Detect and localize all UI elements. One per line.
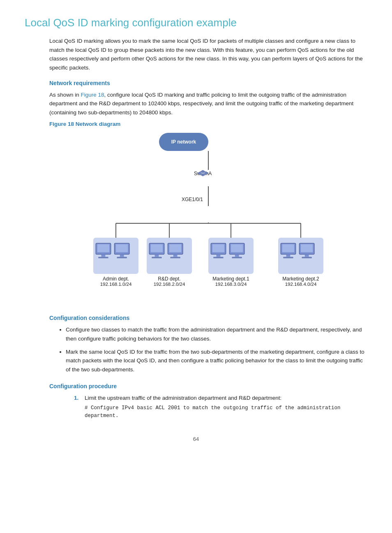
svg-rect-18 xyxy=(114,243,129,255)
network-requirements-heading: Network requirements xyxy=(49,80,367,86)
svg-rect-14 xyxy=(96,243,111,255)
svg-rect-32 xyxy=(217,255,221,257)
step-code: # Configure IPv4 basic ACL 2001 to match… xyxy=(85,404,367,420)
procedure-list: 1. Limit the upstream traffic of the adm… xyxy=(74,394,367,419)
page-title: Local QoS ID marking configuration examp… xyxy=(25,16,367,29)
svg-rect-31 xyxy=(212,244,224,253)
step-number: 1. xyxy=(74,394,81,419)
consideration-item-2: Mark the same local QoS ID for the traff… xyxy=(66,348,367,374)
consideration-item-1: Configure two classes to match the traff… xyxy=(66,325,367,343)
svg-rect-17 xyxy=(98,257,108,259)
svg-rect-23 xyxy=(151,244,163,253)
section-network-requirements: Network requirements As shown in Figure … xyxy=(25,80,367,306)
config-considerations-heading: Configuration considerations xyxy=(49,315,367,321)
svg-rect-36 xyxy=(235,255,239,257)
svg-rect-15 xyxy=(97,244,109,253)
svg-rect-30 xyxy=(211,243,226,255)
section-config-procedure: Configuration procedure 1. Limit the ups… xyxy=(25,383,367,419)
svg-rect-45 xyxy=(302,257,311,259)
network-requirements-body: As shown in Figure 18, configure local Q… xyxy=(49,90,367,117)
xge-label: XGE1/0/1 xyxy=(182,197,203,202)
config-procedure-heading: Configuration procedure xyxy=(49,383,367,389)
svg-rect-33 xyxy=(213,257,223,259)
considerations-list: Configure two classes to match the traff… xyxy=(66,325,367,374)
section-config-considerations: Configuration considerations Configure t… xyxy=(25,315,367,374)
dept-admin-label: Admin dept. 192.168.1.0/24 xyxy=(93,276,138,287)
svg-rect-43 xyxy=(301,244,313,253)
svg-rect-26 xyxy=(168,243,183,255)
svg-rect-24 xyxy=(155,255,159,257)
intro-paragraph: Local QoS ID marking allows you to mark … xyxy=(49,37,367,72)
ip-network-node: IP network xyxy=(159,133,208,151)
svg-rect-20 xyxy=(120,255,124,257)
svg-rect-40 xyxy=(286,255,291,257)
svg-rect-27 xyxy=(169,244,181,253)
dept-rd-label: R&D dept. 192.168.2.0/24 xyxy=(147,276,192,287)
svg-rect-19 xyxy=(116,244,128,253)
svg-rect-35 xyxy=(231,244,243,253)
figure-caption: Figure 18 Network diagram xyxy=(49,121,367,127)
figure18-link[interactable]: Figure 18 xyxy=(81,92,104,98)
procedure-step-1: 1. Limit the upstream traffic of the adm… xyxy=(74,394,367,419)
svg-rect-38 xyxy=(281,243,296,255)
svg-rect-16 xyxy=(101,255,106,257)
page-number: 64 xyxy=(25,436,367,442)
svg-rect-28 xyxy=(173,255,178,257)
svg-rect-22 xyxy=(149,243,164,255)
step-content: Limit the upstream traffic of the admini… xyxy=(85,394,367,419)
dept-mkt2-label: Marketing dept.2 192.168.4.0/24 xyxy=(278,276,323,287)
dept-mkt2-box xyxy=(278,238,323,274)
switch-a: SwitchA xyxy=(194,170,212,176)
dept-admin-box xyxy=(93,238,138,274)
svg-rect-39 xyxy=(282,244,294,253)
dept-rd-box xyxy=(147,238,192,274)
svg-rect-25 xyxy=(152,257,161,259)
svg-rect-41 xyxy=(283,257,293,259)
svg-rect-21 xyxy=(117,257,127,259)
svg-rect-42 xyxy=(299,243,314,255)
dept-mkt1-box xyxy=(208,238,254,274)
dept-mkt1-label: Marketing dept.1 192.168.3.0/24 xyxy=(208,276,254,287)
svg-rect-37 xyxy=(232,257,242,259)
svg-rect-34 xyxy=(229,243,244,255)
svg-rect-29 xyxy=(170,257,180,259)
network-diagram: IP network SwitchA XGE1/0/1 xyxy=(49,133,367,306)
svg-rect-44 xyxy=(305,255,309,257)
